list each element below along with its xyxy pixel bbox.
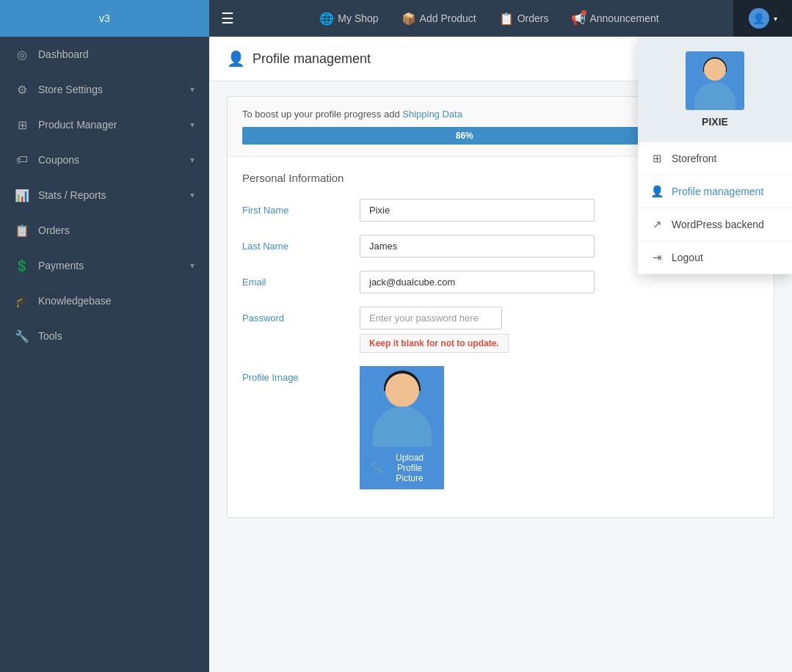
page-title: Profile management [253, 51, 371, 67]
user-dropdown-menu: PIXIE ⊞ Storefront 👤 Profile management … [638, 37, 792, 274]
arrow-icon: ▾ [190, 190, 195, 200]
settings-icon: ⚙ [15, 82, 29, 97]
last-name-input[interactable] [360, 235, 595, 258]
announcement-icon: 📢 [572, 12, 585, 25]
hamburger-button[interactable]: ☰ [209, 0, 246, 37]
stats-icon: 📊 [15, 188, 29, 202]
logout-icon: ⇥ [650, 250, 664, 265]
upload-profile-picture-button[interactable]: 📎 Upload Profile Picture [360, 447, 444, 489]
external-link-icon: ↗ [650, 217, 664, 232]
dropdown-item-wordpress-backend[interactable]: ↗ WordPress backend [638, 208, 792, 241]
nav-my-shop[interactable]: 🌐 My Shop [320, 12, 378, 25]
password-row: Password Keep it blank for not to update… [242, 307, 759, 353]
dropdown-item-storefront[interactable]: ⊞ Storefront [638, 142, 792, 175]
nav-announcement[interactable]: 📢 Announcement [572, 12, 658, 25]
profile-image-preview [360, 366, 444, 447]
sidebar-item-coupons[interactable]: 🏷 Coupons ▾ [0, 142, 209, 178]
dashboard-icon: ◎ [15, 47, 29, 62]
orders-icon: 📋 [500, 12, 513, 25]
sidebar-item-tools[interactable]: 🔧 Tools [0, 318, 209, 354]
shipping-data-link[interactable]: Shipping Data [402, 109, 462, 120]
sidebar-item-payments[interactable]: 💲 Payments ▾ [0, 248, 209, 283]
content-area: 👤 Profile management To boost up your pr… [209, 37, 792, 672]
dropdown-header: PIXIE [638, 37, 792, 142]
tools-icon: 🔧 [15, 329, 29, 343]
arrow-icon: ▾ [190, 155, 195, 165]
progress-bar-fill: 86% [242, 127, 686, 145]
arrow-icon: ▾ [190, 260, 195, 271]
payments-icon: 💲 [15, 258, 29, 273]
last-name-label: Last Name [242, 235, 360, 252]
password-label: Password [242, 307, 360, 324]
dropdown-item-logout[interactable]: ⇥ Logout [638, 241, 792, 274]
nav-orders[interactable]: 📋 Orders [500, 12, 549, 25]
password-field-group: Keep it blank for not to update. [360, 307, 509, 353]
dropdown-username: PIXIE [702, 116, 728, 128]
orders-sidebar-icon: 📋 [15, 223, 29, 238]
sidebar-item-orders[interactable]: 📋 Orders [0, 213, 209, 248]
top-nav: 🌐 My Shop 📦 Add Product 📋 Orders 📢 Annou… [246, 12, 733, 25]
knowledgebase-icon: 🎓 [15, 293, 29, 308]
box-icon: 📦 [402, 12, 415, 25]
product-manager-icon: ⊞ [15, 117, 29, 132]
email-input[interactable] [360, 271, 595, 293]
first-name-label: First Name [242, 199, 360, 216]
paperclip-icon: 📎 [371, 463, 382, 473]
first-name-input[interactable] [360, 199, 595, 222]
password-input[interactable] [360, 307, 502, 329]
sidebar-item-product-manager[interactable]: ⊞ Product Manager ▾ [0, 107, 209, 142]
password-hint: Keep it blank for not to update. [360, 334, 509, 353]
sidebar-item-stats-reports[interactable]: 📊 Stats / Reports ▾ [0, 178, 209, 213]
user-menu-button[interactable]: 👤 ▾ [733, 0, 792, 37]
nav-add-product[interactable]: 📦 Add Product [402, 12, 476, 25]
avatar-head [385, 373, 419, 407]
sidebar-item-store-settings[interactable]: ⚙ Store Settings ▾ [0, 72, 209, 107]
top-header: v3 ☰ 🌐 My Shop 📦 Add Product 📋 Orders 📢 … [0, 0, 792, 37]
profile-image-row: Profile Image 📎 Upload Profile Picture [242, 366, 759, 489]
coupons-icon: 🏷 [15, 153, 29, 167]
sidebar: ◎ Dashboard ⚙ Store Settings ▾ ⊞ Product… [0, 37, 209, 672]
dropdown-avatar [686, 51, 744, 110]
sidebar-item-knowledgebase[interactable]: 🎓 Knowledgebase [0, 283, 209, 318]
dropdown-arrow: ▾ [774, 15, 777, 23]
arrow-icon: ▾ [190, 84, 195, 95]
profile-image-label: Profile Image [242, 366, 360, 383]
avatar-body [373, 406, 432, 447]
app-version: v3 [0, 0, 209, 37]
profile-management-icon: 👤 [650, 184, 664, 199]
globe-icon: 🌐 [320, 12, 333, 25]
arrow-icon: ▾ [190, 120, 195, 130]
main-layout: ◎ Dashboard ⚙ Store Settings ▾ ⊞ Product… [0, 37, 792, 672]
profile-image-container: 📎 Upload Profile Picture [360, 366, 444, 489]
sidebar-item-dashboard[interactable]: ◎ Dashboard [0, 37, 209, 72]
profile-page-icon: 👤 [227, 50, 245, 67]
dropdown-item-profile-management[interactable]: 👤 Profile management [638, 175, 792, 208]
email-label: Email [242, 271, 360, 288]
user-avatar-small: 👤 [749, 8, 769, 29]
storefront-icon: ⊞ [650, 151, 664, 166]
